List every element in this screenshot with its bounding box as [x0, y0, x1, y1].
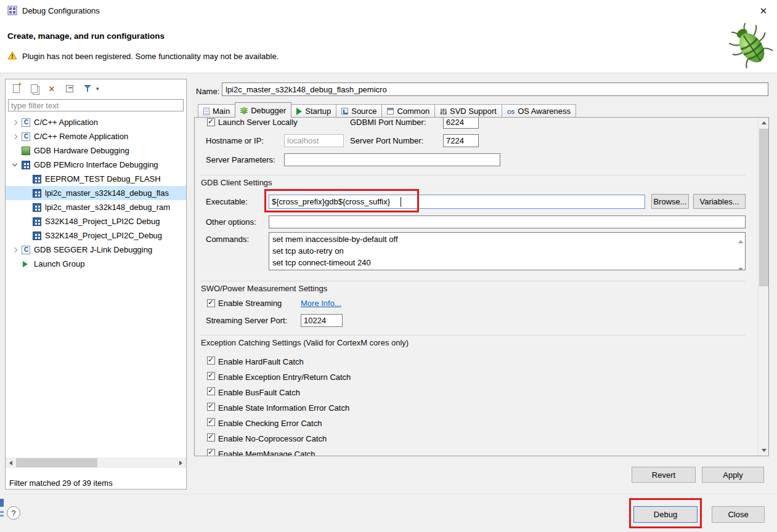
more-info-link[interactable]: More Info...: [301, 299, 341, 308]
delete-configuration-button[interactable]: [46, 83, 57, 94]
pemicro-config-icon: [33, 175, 41, 183]
launch-group-icon: [22, 260, 30, 268]
filter-input[interactable]: [8, 99, 184, 111]
debug-button[interactable]: Debug: [633, 506, 698, 523]
play-icon: [296, 108, 302, 115]
scroll-up-icon[interactable]: [738, 236, 743, 245]
tree-item-label: S32K148_Project_LPI2C_Debug: [45, 231, 162, 240]
tree-item[interactable]: C/C++ Remote Application: [6, 129, 186, 143]
tab-label: Source: [351, 107, 376, 116]
bug-icon: [240, 107, 248, 115]
tree-item[interactable]: lpi2c_master_s32k148_debug_ram: [6, 200, 186, 214]
tree-item-selected[interactable]: lpi2c_master_s32k148_debug_flas: [6, 186, 186, 200]
tree-item[interactable]: GDB PEMicro Interface Debugging: [6, 158, 186, 172]
tab-common[interactable]: Common: [381, 104, 435, 118]
tab-source[interactable]: Source: [336, 104, 382, 118]
executable-input[interactable]: [269, 195, 645, 209]
dialog-close-button[interactable]: Close: [712, 506, 765, 523]
name-input[interactable]: [222, 83, 768, 96]
tab-debugger[interactable]: Debugger: [235, 102, 291, 118]
tree-item-label: GDB PEMicro Interface Debugging: [34, 160, 158, 169]
tree-item-label: lpi2c_master_s32k148_debug_ram: [45, 203, 170, 212]
checking-error-catch-checkbox[interactable]: [207, 418, 215, 426]
filter-menu-button[interactable]: [82, 83, 93, 94]
server-parameters-input[interactable]: [284, 153, 500, 166]
common-icon: [387, 108, 394, 115]
exception-settings-title: Exception Catching Settings (Valid for C…: [201, 338, 409, 347]
chevron-right-icon[interactable]: [12, 247, 17, 252]
tree-item[interactable]: S32K148_Project_LPI2C Debug: [6, 214, 186, 228]
content-vertical-scrollbar[interactable]: [758, 118, 768, 456]
pemicro-config-icon: [33, 217, 41, 226]
tree-item[interactable]: GDB SEGGER J-Link Debugging: [6, 243, 186, 257]
tree-item[interactable]: EEPROM_TEST Debug_FLASH: [6, 172, 186, 186]
tab-main[interactable]: Main: [198, 104, 235, 118]
close-window-button[interactable]: ✕: [755, 3, 772, 18]
new-configuration-button[interactable]: [10, 83, 22, 94]
server-port-input[interactable]: [443, 134, 479, 147]
tree-item[interactable]: C/C++ Application: [6, 115, 186, 129]
c-application-icon: [22, 118, 30, 127]
c-application-icon: [22, 132, 30, 141]
gdb-client-settings-title: GDB Client Settings: [201, 178, 272, 187]
streaming-port-input[interactable]: [301, 314, 343, 327]
tree-item[interactable]: GDB Hardware Debugging: [6, 143, 186, 158]
state-info-catch-checkbox[interactable]: [207, 403, 215, 411]
close-icon: ✕: [760, 6, 768, 17]
tree-item-label: GDB SEGGER J-Link Debugging: [34, 245, 152, 254]
hostname-input[interactable]: [284, 134, 344, 147]
tree-item-label: Launch Group: [34, 259, 84, 268]
hostname-label: Hostname or IP:: [206, 136, 264, 145]
tree-item-label: EEPROM_TEST Debug_FLASH: [45, 174, 161, 183]
help-button[interactable]: ?: [7, 506, 20, 520]
scroll-right-arrow[interactable]: [176, 457, 186, 468]
revert-button[interactable]: Revert: [632, 467, 696, 483]
other-options-input[interactable]: [269, 216, 746, 228]
chevron-right-icon[interactable]: [12, 119, 17, 124]
filter-status: Filter matched 29 of 39 items: [9, 478, 113, 488]
tree-item-label: C/C++ Remote Application: [34, 132, 128, 141]
vertical-scrollbar-thumb[interactable]: [759, 129, 768, 286]
scroll-up-arrow[interactable]: [759, 118, 769, 128]
dropdown-caret-icon[interactable]: ▾: [96, 86, 99, 92]
collapse-all-icon: [66, 85, 73, 92]
state-info-catch-label: Enable State Information Error Catch: [218, 403, 349, 413]
swo-settings-title: SWO/Power Measurement Settings: [201, 284, 327, 293]
scroll-down-arrow[interactable]: [759, 445, 769, 456]
scroll-down-icon[interactable]: [738, 264, 743, 273]
horizontal-scrollbar-thumb[interactable]: [16, 458, 97, 467]
apply-button[interactable]: Apply: [702, 467, 764, 483]
tree-item[interactable]: Launch Group: [6, 257, 186, 271]
exception-entry-catch-checkbox[interactable]: [207, 372, 215, 380]
header-separator: [0, 73, 777, 73]
browse-button[interactable]: Browse...: [651, 194, 689, 209]
tab-startup[interactable]: Startup: [291, 104, 336, 118]
launch-server-checkbox[interactable]: [207, 118, 215, 126]
gdbmi-port-label: GDBMI Port Number:: [350, 118, 426, 127]
chevron-down-icon[interactable]: [12, 161, 17, 166]
tree-horizontal-scrollbar[interactable]: [6, 457, 186, 468]
pemicro-config-icon: [33, 232, 41, 240]
bug-banner-icon: [726, 22, 776, 71]
duplicate-configuration-button[interactable]: [28, 83, 39, 94]
commands-textarea[interactable]: set mem inaccessible-by-default off set …: [269, 232, 746, 270]
gdbmi-port-input[interactable]: [443, 117, 479, 129]
os-awareness-icon: [507, 107, 515, 116]
chevron-right-icon[interactable]: [12, 134, 17, 139]
tree-item-label: C/C++ Application: [34, 118, 98, 127]
hardfault-catch-label: Enable HardFault Catch: [218, 357, 304, 366]
tab-svd-support[interactable]: SVD Support: [434, 104, 502, 118]
hardfault-catch-checkbox[interactable]: [207, 357, 215, 365]
collapse-all-button[interactable]: [64, 83, 75, 94]
busfault-catch-checkbox[interactable]: [207, 387, 215, 395]
no-coprocessor-catch-checkbox[interactable]: [207, 433, 215, 441]
left-arrow-icon: [9, 461, 12, 465]
memmanage-catch-checkbox[interactable]: [207, 449, 215, 456]
enable-streaming-checkbox[interactable]: [207, 299, 215, 307]
tree-item[interactable]: S32K148_Project_LPI2C_Debug: [6, 228, 186, 243]
variables-button[interactable]: Variables...: [693, 194, 746, 209]
tab-os-awareness[interactable]: OS Awareness: [502, 104, 576, 118]
scroll-left-arrow[interactable]: [6, 457, 16, 468]
configurations-panel: ▾ C/C++ Application C/C++ Remote Applica…: [5, 79, 187, 490]
streaming-port-label: Streaming Server Port:: [206, 316, 287, 325]
